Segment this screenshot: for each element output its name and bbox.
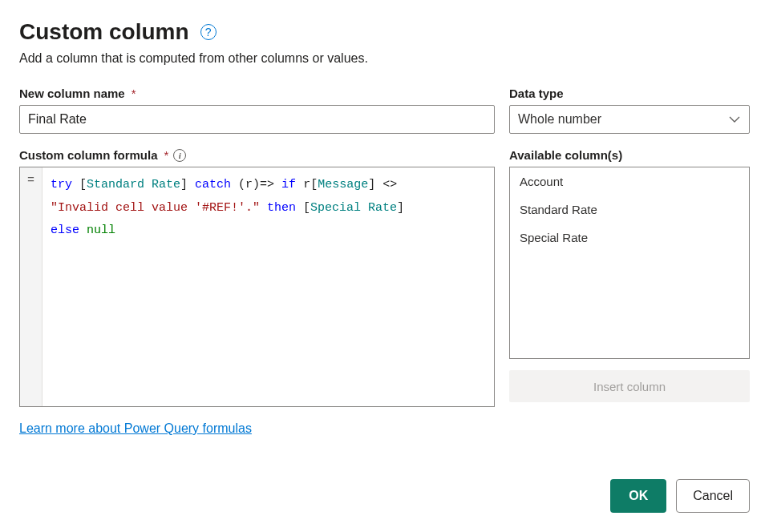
available-columns-label: Available column(s) <box>509 148 750 162</box>
formula-label: Custom column formula* i <box>19 148 495 162</box>
chevron-down-icon <box>728 113 741 126</box>
data-type-select[interactable]: Whole number <box>509 105 750 134</box>
ok-button[interactable]: OK <box>610 479 666 513</box>
data-type-value: Whole number <box>518 112 601 127</box>
page-title: Custom column <box>19 19 189 45</box>
column-name-input[interactable] <box>19 105 495 134</box>
list-item[interactable]: Account <box>510 167 749 195</box>
list-item[interactable]: Special Rate <box>510 224 749 252</box>
list-item[interactable]: Standard Rate <box>510 195 749 224</box>
data-type-label: Data type <box>509 87 750 100</box>
formula-code[interactable]: try [Standard Rate] catch (r)=> if r[Mes… <box>42 167 494 406</box>
page-subtitle: Add a column that is computed from other… <box>19 51 750 66</box>
learn-more-link[interactable]: Learn more about Power Query formulas <box>19 421 252 436</box>
info-icon[interactable]: i <box>173 149 186 162</box>
formula-editor[interactable]: = try [Standard Rate] catch (r)=> if r[M… <box>19 167 495 407</box>
cancel-button[interactable]: Cancel <box>676 479 750 513</box>
available-columns-list[interactable]: AccountStandard RateSpecial Rate <box>509 167 750 359</box>
editor-gutter: = <box>20 167 42 406</box>
help-icon[interactable]: ? <box>200 24 217 40</box>
column-name-label: New column name* <box>19 87 495 100</box>
insert-column-button[interactable]: Insert column <box>509 370 750 402</box>
